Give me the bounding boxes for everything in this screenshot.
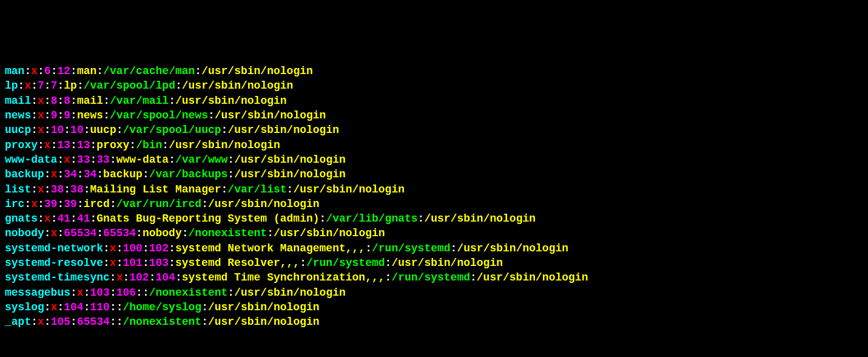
home-field: /nonexistent <box>149 287 228 299</box>
shell-field: /usr/sbin/nologin <box>208 198 320 210</box>
shell-field: /usr/sbin/nologin <box>477 271 588 284</box>
user-field: _apt <box>5 316 31 328</box>
gecos-field: man <box>77 65 96 77</box>
gecos-field: systemd Resolver,,, <box>175 257 300 269</box>
shell-field: /usr/sbin/nologin <box>274 227 385 239</box>
password-field: x <box>38 183 44 195</box>
passwd-row: lp:x:7:7:lp:/var/spool/lpd:/usr/sbin/nol… <box>5 78 863 93</box>
gecos-field: backup <box>103 168 143 180</box>
password-field: x <box>64 154 70 166</box>
gecos-field: Mailing List Manager <box>90 183 221 195</box>
passwd-row: syslog:x:104:110::/home/syslog:/usr/sbin… <box>5 300 863 314</box>
passwd-row: news:x:9:9:news:/var/spool/news:/usr/sbi… <box>5 108 863 123</box>
passwd-row: uucp:x:10:10:uucp:/var/spool/uucp:/usr/s… <box>5 123 863 137</box>
gid-field: 104 <box>155 271 175 284</box>
home-field: /var/spool/uucp <box>123 124 221 136</box>
home-field: /var/lib/gnats <box>326 212 417 225</box>
gecos-field: nobody <box>143 227 182 239</box>
gid-field: 7 <box>51 80 58 92</box>
uid-field: 8 <box>51 95 58 107</box>
password-field: x <box>110 257 116 269</box>
uid-field: 101 <box>123 257 142 269</box>
user-field: lp <box>5 80 18 92</box>
home-field: /run/systemd <box>372 242 451 254</box>
password-field: x <box>110 242 116 254</box>
gid-field: 33 <box>96 154 110 166</box>
terminal-output[interactable]: man:x:6:12:man:/var/cache/man:/usr/sbin/… <box>5 64 863 329</box>
user-field: backup <box>5 168 44 180</box>
passwd-row: nobody:x:65534:65534:nobody:/nonexistent… <box>5 226 863 240</box>
home-field: /nonexistent <box>123 316 202 328</box>
home-field: /var/backups <box>149 168 228 180</box>
shell-field: /usr/sbin/nologin <box>391 257 503 269</box>
home-field: /home/syslog <box>123 301 202 313</box>
password-field: x <box>38 316 44 328</box>
user-field: proxy <box>5 139 38 151</box>
gid-field: 8 <box>64 95 70 107</box>
shell-field: /usr/sbin/nologin <box>424 212 536 225</box>
password-field: x <box>31 198 38 210</box>
gecos-field: lp <box>64 80 77 92</box>
home-field: /bin <box>136 139 162 151</box>
password-field: x <box>77 287 84 299</box>
home-field: /run/systemd <box>391 271 470 284</box>
gecos-field: uucp <box>90 124 116 136</box>
gid-field: 38 <box>70 183 84 195</box>
shell-field: /usr/sbin/nologin <box>457 242 568 254</box>
passwd-row: backup:x:34:34:backup:/var/backups:/usr/… <box>5 167 863 182</box>
gid-field: 12 <box>57 65 70 77</box>
user-field: gnats <box>5 212 38 225</box>
password-field: x <box>51 301 58 313</box>
gid-field: 106 <box>116 287 136 299</box>
password-field: x <box>51 227 58 239</box>
gecos-field: ircd <box>84 198 110 210</box>
password-field: x <box>31 65 38 77</box>
uid-field: 102 <box>129 271 149 284</box>
gid-field: 103 <box>149 257 169 269</box>
user-field: list <box>5 183 31 195</box>
home-field: /var/run/ircd <box>116 198 201 210</box>
passwd-row: list:x:38:38:Mailing List Manager:/var/l… <box>5 182 863 197</box>
passwd-row: gnats:x:41:41:Gnats Bug-Reporting System… <box>5 211 863 226</box>
home-field: /var/spool/lpd <box>84 80 175 92</box>
home-field: /var/list <box>227 183 286 195</box>
uid-field: 105 <box>51 316 70 328</box>
gid-field: 110 <box>90 301 109 313</box>
gecos-field: proxy <box>96 139 129 151</box>
passwd-row: proxy:x:13:13:proxy:/bin:/usr/sbin/nolog… <box>5 138 863 152</box>
uid-field: 33 <box>77 154 90 166</box>
gid-field: 41 <box>77 212 90 225</box>
user-field: systemd-timesync <box>5 271 110 284</box>
home-field: /var/www <box>175 154 227 166</box>
user-field: irc <box>5 198 24 210</box>
gid-field: 34 <box>84 168 97 180</box>
user-field: systemd-resolve <box>5 257 103 269</box>
home-field: /var/spool/news <box>110 109 208 121</box>
user-field: news <box>5 109 31 121</box>
passwd-row: _apt:x:105:65534::/nonexistent:/usr/sbin… <box>5 314 863 329</box>
shell-field: /usr/sbin/nologin <box>234 154 346 166</box>
uid-field: 7 <box>38 80 44 92</box>
uid-field: 104 <box>64 301 83 313</box>
user-field: mail <box>5 95 31 107</box>
gid-field: 65534 <box>103 227 136 239</box>
gid-field: 9 <box>64 109 70 121</box>
password-field: x <box>38 109 44 121</box>
passwd-row: irc:x:39:39:ircd:/var/run/ircd:/usr/sbin… <box>5 197 863 211</box>
user-field: man <box>5 65 24 77</box>
home-field: /run/systemd <box>306 257 385 269</box>
user-field: messagebus <box>5 287 70 299</box>
passwd-row: systemd-timesync:x:102:104:systemd Time … <box>5 270 863 285</box>
passwd-row: mail:x:8:8:mail:/var/mail:/usr/sbin/nolo… <box>5 93 863 108</box>
shell-field: /usr/sbin/nologin <box>227 124 339 136</box>
password-field: x <box>44 212 51 225</box>
shell-field: /usr/sbin/nologin <box>234 168 346 180</box>
passwd-row: systemd-network:x:100:102:systemd Networ… <box>5 241 863 256</box>
password-field: x <box>38 124 44 136</box>
password-field: x <box>51 168 58 180</box>
user-field: systemd-network <box>5 242 103 254</box>
uid-field: 41 <box>57 212 70 225</box>
uid-field: 10 <box>51 124 64 136</box>
gecos-field: Gnats Bug-Reporting System (admin) <box>96 212 319 225</box>
password-field: x <box>44 139 51 151</box>
